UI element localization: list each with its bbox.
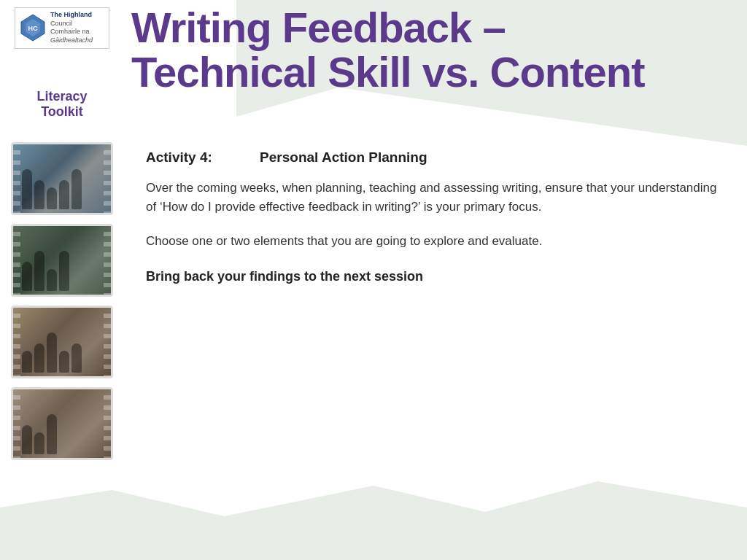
header: HC The Highland Council Comhairle na Gài… (0, 0, 747, 139)
image-sidebar (11, 142, 124, 460)
svg-text:HC: HC (28, 25, 38, 32)
bg-decoration-bottom (0, 472, 747, 560)
logo-icon: HC (20, 13, 46, 42)
logo-area: HC The Highland Council Comhairle na Gài… (0, 0, 124, 120)
classroom-image-4 (11, 387, 113, 460)
activity-label: Activity 4: (146, 149, 212, 165)
slide: HC The Highland Council Comhairle na Gài… (0, 0, 747, 560)
paragraph-1: Over the coming weeks, when planning, te… (146, 179, 718, 216)
activity-title: Personal Action Planning (260, 149, 427, 165)
main-content: Activity 4: Personal Action Planning Ove… (131, 142, 732, 472)
title-area: Writing Feedback – Technical Skill vs. C… (124, 0, 747, 95)
logo-box: HC The Highland Council Comhairle na Gài… (15, 7, 109, 49)
logo-text: The Highland Council Comhairle na Gàidhe… (50, 11, 93, 45)
literacy-toolkit-label: Literacy Toolkit (36, 89, 87, 120)
classroom-image-3 (11, 306, 113, 378)
paragraph-3: Bring back your findings to the next ses… (146, 267, 718, 287)
activity-header: Activity 4: Personal Action Planning (146, 149, 718, 166)
classroom-image-2 (11, 224, 113, 297)
main-title: Writing Feedback – Technical Skill vs. C… (131, 6, 732, 95)
paragraph-2: Choose one or two elements that you are … (146, 232, 718, 251)
classroom-image-1 (11, 142, 113, 215)
